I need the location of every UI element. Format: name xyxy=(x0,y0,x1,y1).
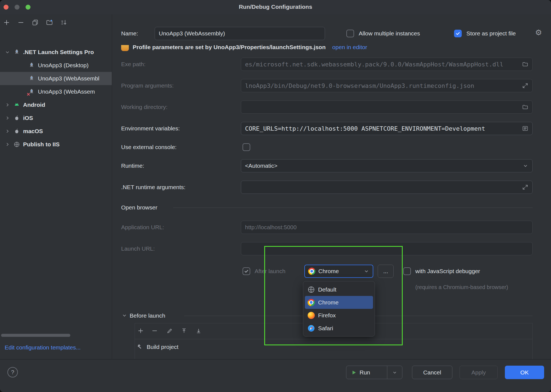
tree-group-ios[interactable]: iOS xyxy=(0,111,112,125)
allow-multiple-instances-label: Allow multiple instances xyxy=(359,30,420,37)
application-url-value: http://localhost:5000 xyxy=(245,224,297,231)
runtime-label: Runtime: xyxy=(121,162,144,170)
remove-configuration-button[interactable] xyxy=(16,18,26,27)
tree-item-unoapp3-webassembly-selected[interactable]: UnoApp3 (WebAssembl xyxy=(0,72,112,85)
cancel-button[interactable]: Cancel xyxy=(412,366,452,379)
tree-item-unoapp3-webassembly-error[interactable]: UnoApp3 (WebAssem xyxy=(0,85,112,98)
run-button[interactable]: Run xyxy=(346,366,402,379)
tree-group-android[interactable]: Android xyxy=(0,98,112,111)
fullscreen-window-button[interactable] xyxy=(26,5,30,10)
folder-icon[interactable] xyxy=(522,61,528,68)
sidebar-horizontal-scrollbar[interactable] xyxy=(1,334,70,337)
working-directory-label: Working directory: xyxy=(121,103,168,111)
dropdown-item-firefox[interactable]: Firefox xyxy=(305,309,373,322)
copy-configuration-button[interactable] xyxy=(30,18,40,27)
warning-text: Profile parameters are set by UnoApp3/Pr… xyxy=(133,45,326,51)
environment-variables-field[interactable]: CORE_URLS=http://localhost:5000 ASPNETCO… xyxy=(241,122,533,135)
open-in-editor-link[interactable]: open in editor xyxy=(332,45,367,51)
sort-configurations-button[interactable] xyxy=(59,18,69,27)
safari-icon xyxy=(308,325,315,332)
tree-item-label: iOS xyxy=(23,115,33,121)
chevron-down-icon[interactable] xyxy=(387,370,402,375)
help-button[interactable]: ? xyxy=(7,367,18,377)
move-down-button[interactable] xyxy=(194,326,204,336)
rocket-icon xyxy=(13,49,20,56)
store-as-project-file-label: Store as project file xyxy=(466,30,516,37)
exe-path-label: Exe path: xyxy=(121,60,146,68)
move-up-button[interactable] xyxy=(179,326,189,336)
chevron-down-icon[interactable] xyxy=(4,50,10,55)
use-external-console-checkbox[interactable] xyxy=(243,143,250,151)
add-configuration-button[interactable] xyxy=(2,18,12,27)
tree-item-unoapp3-desktop[interactable]: UnoApp3 (Desktop) xyxy=(0,59,112,72)
program-arguments-value: lnoApp3/bin/Debug/net9.0-browserwasm/Uno… xyxy=(245,82,474,89)
js-debugger-checkbox[interactable] xyxy=(403,267,411,275)
run-debug-configurations-dialog: Run/Debug Configurations xyxy=(0,0,551,392)
chevron-right-icon[interactable] xyxy=(4,102,10,107)
list-icon[interactable] xyxy=(522,125,528,132)
rocket-icon xyxy=(28,75,35,82)
store-as-project-file-checkbox[interactable] xyxy=(454,30,462,37)
chevron-down-icon[interactable] xyxy=(122,313,127,318)
tree-group-dotnet-launch-settings[interactable]: .NET Launch Settings Pro xyxy=(0,46,112,59)
remove-task-button[interactable] xyxy=(150,326,160,336)
program-arguments-label: Program arguments: xyxy=(121,82,174,89)
run-button-label: Run xyxy=(360,369,370,376)
rocket-error-icon xyxy=(28,88,35,95)
chevron-right-icon[interactable] xyxy=(4,116,10,121)
minimize-window-button xyxy=(15,5,20,10)
exe-path-value: es/microsoft.net.sdk.webassembly.pack/9.… xyxy=(245,61,503,68)
tree-item-label: UnoApp3 (WebAssembl xyxy=(38,75,99,82)
allow-multiple-instances-checkbox[interactable] xyxy=(346,30,354,37)
after-launch-checkbox[interactable] xyxy=(243,267,250,275)
dropdown-item-label: Safari xyxy=(318,325,333,332)
chevron-down-icon[interactable] xyxy=(522,163,528,169)
tree-item-label: UnoApp3 (Desktop) xyxy=(38,62,88,69)
expand-icon[interactable] xyxy=(522,82,528,89)
browse-browsers-button[interactable]: ... xyxy=(378,265,394,278)
tree-group-publish-to-iis[interactable]: Publish to IIS xyxy=(0,138,112,151)
window-title: Run/Debug Configurations xyxy=(239,4,312,10)
tree-item-label: Android xyxy=(23,102,45,108)
sidebar-toolbar xyxy=(2,16,69,29)
folder-icon[interactable] xyxy=(522,104,528,110)
firefox-icon xyxy=(308,312,315,319)
new-folder-button[interactable] xyxy=(44,18,54,27)
dropdown-item-label: Firefox xyxy=(318,312,336,319)
edit-configuration-templates-link[interactable]: Edit configuration templates... xyxy=(5,344,81,351)
runtime-dropdown[interactable]: <Automatic> xyxy=(241,159,533,172)
tree-group-macos[interactable]: macOS xyxy=(0,125,112,138)
chrome-icon xyxy=(308,299,315,306)
add-task-button[interactable] xyxy=(136,326,146,336)
expand-icon[interactable] xyxy=(522,184,528,191)
before-launch-task-build-project[interactable]: Build project xyxy=(137,340,179,354)
tree-item-label: .NET Launch Settings Pro xyxy=(23,49,94,55)
edit-task-button[interactable] xyxy=(165,326,175,336)
apple-icon xyxy=(13,114,20,122)
chevron-right-icon[interactable] xyxy=(4,142,10,147)
name-input[interactable]: UnoApp3 (WebAssembly) xyxy=(155,27,325,40)
checkmark-icon xyxy=(455,31,460,36)
chevron-right-icon[interactable] xyxy=(4,129,10,134)
section-divider xyxy=(173,208,533,208)
dropdown-item-chrome-selected[interactable]: Chrome xyxy=(305,296,373,309)
dropdown-item-default[interactable]: Default xyxy=(305,283,373,296)
before-launch-section-title[interactable]: Before launch xyxy=(130,312,165,320)
ok-button[interactable]: OK xyxy=(505,366,544,379)
browser-dropdown-popup: Default Chrome Firefox Safari xyxy=(303,281,375,337)
name-label: Name: xyxy=(121,30,138,37)
launch-url-field xyxy=(241,242,533,255)
chrome-icon xyxy=(308,268,315,275)
environment-variables-value: CORE_URLS=http://localhost:5000 ASPNETCO… xyxy=(245,125,485,132)
chevron-down-icon[interactable] xyxy=(363,268,369,274)
dropdown-item-safari[interactable]: Safari xyxy=(305,322,373,335)
close-window-button[interactable] xyxy=(4,5,9,10)
net-runtime-arguments-field[interactable] xyxy=(241,181,533,194)
application-url-field: http://localhost:5000 xyxy=(241,221,533,234)
browser-select[interactable]: Chrome xyxy=(304,265,373,278)
open-browser-section-title: Open browser xyxy=(121,204,157,211)
apple-icon xyxy=(13,128,20,135)
gear-icon[interactable]: ⚙ xyxy=(535,28,542,37)
application-url-label: Application URL: xyxy=(121,223,164,231)
tree-item-label: Publish to IIS xyxy=(23,141,60,148)
